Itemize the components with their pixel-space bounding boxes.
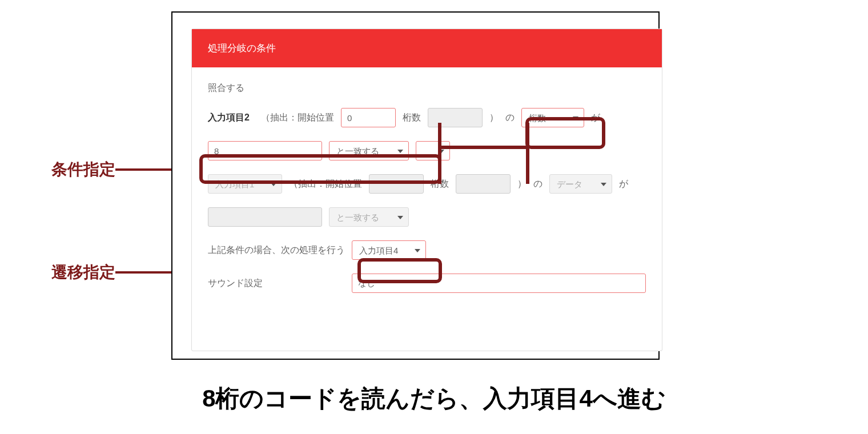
next-action-select[interactable]: 入力項目4 xyxy=(352,240,426,260)
annotation-transition-spec-label: 遷移指定 xyxy=(51,262,115,283)
start-position-input[interactable] xyxy=(341,108,396,127)
panel-body: 照合する 入力項目2 （抽出：開始位置 桁数 ） の 桁数 が xyxy=(192,67,662,322)
sound-setting-input[interactable] xyxy=(352,274,646,293)
extract-prefix-2: （抽出：開始位置 xyxy=(289,178,362,190)
ga-text-2: が xyxy=(619,178,628,190)
close-paren-2: ） xyxy=(517,178,527,190)
data-select: データ xyxy=(549,174,612,194)
row-input-item-1: 入力項目2 （抽出：開始位置 桁数 ） の 桁数 が xyxy=(208,108,646,127)
match-select-wrap: と一致する xyxy=(329,141,409,160)
panel-title: 処理分岐の条件 xyxy=(208,43,276,54)
verify-label: 照合する xyxy=(208,82,244,94)
panel-header: 処理分岐の条件 xyxy=(192,29,662,67)
condition-value-input[interactable] xyxy=(208,141,322,160)
match-operator-select[interactable]: と一致する xyxy=(329,141,409,160)
ga-text: が xyxy=(591,112,600,124)
annotation-condition-spec-label: 条件指定 xyxy=(51,159,115,180)
start-position-input-2 xyxy=(369,174,424,194)
row-sound: サウンド設定 xyxy=(208,274,646,293)
next-action-select-wrap: 入力項目4 xyxy=(352,240,426,260)
caption-text: 8桁のコードを読んだら、入力項目4へ進む xyxy=(202,383,666,415)
item-select-disabled: 入力項目1 xyxy=(208,174,282,194)
extract-prefix: （抽出：開始位置 xyxy=(261,112,334,124)
row-condition-value-2: と一致する xyxy=(208,207,646,227)
digits-label-2: 桁数 xyxy=(431,178,449,190)
sound-label: サウンド設定 xyxy=(208,278,345,290)
settings-panel: 処理分岐の条件 照合する 入力項目2 （抽出：開始位置 桁数 ） の 桁数 xyxy=(191,29,662,351)
item-select-wrap: 入力項目1 xyxy=(208,174,282,194)
row-verify: 照合する xyxy=(208,82,646,94)
digits-select-wrap: 桁数 xyxy=(521,108,584,127)
data-select-wrap: データ xyxy=(549,174,612,194)
next-action-label: 上記条件の場合、次の処理を行う xyxy=(208,244,345,256)
digits-select[interactable]: 桁数 xyxy=(521,108,584,127)
row-input-item-2: 入力項目1 （抽出：開始位置 桁数 ） の データ が xyxy=(208,174,646,194)
toggle-knob xyxy=(389,90,403,104)
row-next-action: 上記条件の場合、次の処理を行う 入力項目4 xyxy=(208,240,646,260)
row-condition-value: と一致する xyxy=(208,141,646,160)
match-select-wrap-2: と一致する xyxy=(329,207,409,227)
match-operator-select-2: と一致する xyxy=(329,207,409,227)
extra-select[interactable] xyxy=(416,141,450,160)
input-item-label: 入力項目2 xyxy=(208,112,250,124)
close-paren: ） xyxy=(489,112,499,124)
extra-select-wrap xyxy=(416,141,450,160)
no-text-2: の xyxy=(533,178,542,190)
no-text: の xyxy=(505,112,515,124)
digits-input-disabled xyxy=(428,108,483,127)
digits-input-2 xyxy=(456,174,511,194)
condition-value-input-2 xyxy=(208,207,322,227)
digits-label: 桁数 xyxy=(403,112,421,124)
